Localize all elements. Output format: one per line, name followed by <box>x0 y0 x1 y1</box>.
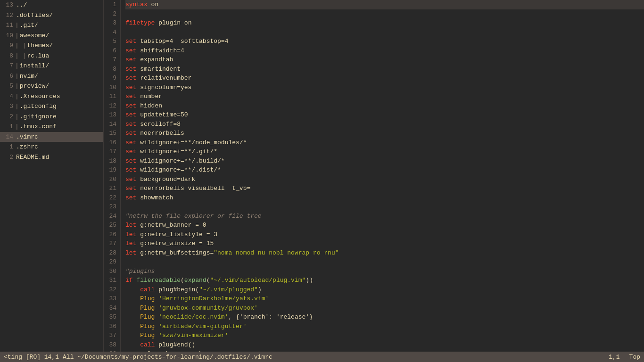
code-line: Plug 'HerringtonDarkholme/yats.vim' <box>125 294 644 304</box>
code-line: set shiftwidth=4 <box>125 46 644 56</box>
sidebar-line-num: 1 <box>2 122 13 132</box>
gutter-line: 12 <box>104 101 116 111</box>
sidebar-item[interactable]: 8| | rc.lua <box>0 51 103 61</box>
gutter-line: 23 <box>104 202 116 212</box>
sidebar-item[interactable]: 3| .gitconfig <box>0 101 103 112</box>
gutter-line: 21 <box>104 184 116 193</box>
gutter-line: 31 <box>104 276 116 285</box>
gutter-line: 6 <box>104 46 116 56</box>
gutter-line: 1 <box>104 0 116 9</box>
code-line: Plug 'gruvbox-community/gruvbox' <box>125 304 644 313</box>
sidebar-filename: .git/ <box>20 21 38 30</box>
sidebar-line-num: 4 <box>2 92 13 101</box>
gutter-line: 9 <box>104 74 116 83</box>
sidebar-item[interactable]: 2README.md <box>0 152 103 163</box>
sidebar-filename: themes/ <box>27 41 53 50</box>
sidebar-indent: | <box>15 102 19 111</box>
sidebar-filename: .vimrc <box>16 132 38 142</box>
gutter-line: 2 <box>104 9 116 19</box>
sidebar-item[interactable]: 4| .Xresources <box>0 91 103 102</box>
code-line: call plug#end() <box>125 340 644 350</box>
code-line: set signcolumn=yes <box>125 83 644 92</box>
file-tree-sidebar: 13../12.dotfiles/11| .git/10| awesome/9|… <box>0 0 104 352</box>
code-line: set scrolloff=8 <box>125 120 644 129</box>
sidebar-item[interactable]: 7| install/ <box>0 61 103 71</box>
gutter-line: 7 <box>104 55 116 65</box>
code-line: set noerrorbells visualbell t_vb= <box>125 184 644 193</box>
gutter-line: 34 <box>104 304 116 313</box>
sidebar-indent: | <box>15 122 19 132</box>
gutter-line: 33 <box>104 294 116 304</box>
code-line: filetype plugin on <box>125 18 644 28</box>
code-line: let g:netrw_banner = 0 <box>125 221 644 230</box>
code-line: Plug 'neoclide/coc.nvim', {'branch': 're… <box>125 313 644 322</box>
sidebar-item[interactable]: 6| nvim/ <box>0 71 103 82</box>
sidebar-item[interactable]: 12.dotfiles/ <box>0 10 103 21</box>
code-line: let g:netrw_bufsettings="noma nomod nu n… <box>125 248 644 258</box>
statusbar-scroll: Top <box>629 354 640 361</box>
sidebar-filename: .gitignore <box>20 112 57 122</box>
code-line: call plug#begin("~/.vim/plugged") <box>125 285 644 295</box>
sidebar-filename: .dotfiles/ <box>16 11 53 20</box>
code-line: set tabstop=4 softtabstop=4 <box>125 37 644 46</box>
gutter-line: 22 <box>104 193 116 203</box>
gutter-line: 36 <box>104 322 116 331</box>
code-line: set wildignore+=**/.build/* <box>125 156 644 166</box>
code-line: set number <box>125 92 644 101</box>
gutter-line: 29 <box>104 257 116 267</box>
gutter-line: 16 <box>104 138 116 148</box>
gutter-line: 14 <box>104 120 116 129</box>
sidebar-filename: .zshrc <box>16 142 38 152</box>
sidebar-item[interactable]: 13../ <box>0 0 103 10</box>
gutter-line: 28 <box>104 248 116 258</box>
editor-content[interactable]: syntax on filetype plugin on set tabstop… <box>121 0 644 352</box>
sidebar-item[interactable]: 1| .tmux.conf <box>0 122 103 132</box>
gutter-line: 24 <box>104 212 116 221</box>
gutter-line: 35 <box>104 313 116 322</box>
code-line <box>125 257 644 267</box>
gutter-line: 25 <box>104 221 116 230</box>
sidebar-filename: README.md <box>16 153 49 162</box>
statusbar-right: 1,1 Top <box>609 354 640 361</box>
sidebar-indent: | <box>15 112 19 122</box>
statusbar: <ting [RO] 14,1 All ~/Documents/my-proje… <box>0 352 644 362</box>
editor-panel: 1234567891011121314151617181920212223242… <box>104 0 644 352</box>
sidebar-line-num: 8 <box>2 51 13 61</box>
sidebar-item[interactable]: 1.zshrc <box>0 142 103 152</box>
code-line: set updatetime=50 <box>125 110 644 120</box>
sidebar-indent: | <box>15 92 19 101</box>
sidebar-item[interactable]: 5| preview/ <box>0 81 103 91</box>
gutter-line: 3 <box>104 18 116 28</box>
sidebar-item[interactable]: 11| .git/ <box>0 20 103 31</box>
sidebar-filename: preview/ <box>20 82 49 91</box>
gutter-line: 8 <box>104 65 116 74</box>
sidebar-filename: rc.lua <box>27 51 49 61</box>
editor-gutter: 1234567891011121314151617181920212223242… <box>104 0 121 352</box>
sidebar-line-num: 3 <box>2 102 13 111</box>
sidebar-indent: | <box>15 21 19 30</box>
code-line: set noerrorbells <box>125 129 644 138</box>
code-line: if filereadable(expand("~/.vim/autoload/… <box>125 276 644 285</box>
gutter-line: 18 <box>104 156 116 166</box>
sidebar-filename: .gitconfig <box>20 102 57 111</box>
gutter-line: 26 <box>104 230 116 239</box>
code-line: "plugins <box>125 267 644 276</box>
code-line: let g:netrw_liststyle = 3 <box>125 230 644 239</box>
sidebar-item[interactable]: 14.vimrc <box>0 132 103 142</box>
sidebar-line-num: 1 <box>2 142 13 152</box>
code-line: Plug 'airblade/vim-gitgutter' <box>125 322 644 331</box>
code-line <box>125 202 644 212</box>
statusbar-left: <ting [RO] 14,1 All ~/Documents/my-proje… <box>4 354 272 361</box>
code-line <box>125 9 644 19</box>
sidebar-indent: | <box>15 61 19 71</box>
gutter-line: 20 <box>104 175 116 184</box>
gutter-line: 11 <box>104 92 116 101</box>
sidebar-indent: | <box>15 82 19 91</box>
sidebar-item[interactable]: 10| awesome/ <box>0 31 103 41</box>
code-line: set showmatch <box>125 193 644 203</box>
gutter-line: 17 <box>104 147 116 156</box>
sidebar-item[interactable]: 2| .gitignore <box>0 112 103 122</box>
statusbar-middle: All ~/Documents/my-projects-for-learning… <box>63 354 272 361</box>
sidebar-item[interactable]: 9| | themes/ <box>0 41 103 51</box>
sidebar-line-num: 14 <box>2 132 13 142</box>
